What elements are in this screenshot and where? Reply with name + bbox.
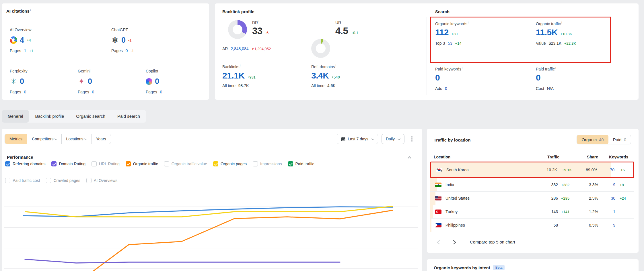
keywords-delta: +6 xyxy=(620,168,625,172)
metric-checkbox-crawled-pages[interactable]: Crawled pages xyxy=(46,178,80,183)
ai-engine-pages: Pages 0 xyxy=(10,90,27,94)
metric-checkbox-organic-traffic[interactable]: Organic traffic xyxy=(126,161,158,166)
segment-years[interactable]: Years xyxy=(91,134,111,144)
metric-checkbox-domain-rating[interactable]: Domain Rating xyxy=(51,161,85,166)
checkbox-unchecked-icon[interactable] xyxy=(5,178,10,183)
segment-locations[interactable]: Locations xyxy=(61,134,91,144)
dr-value: 33 xyxy=(252,25,262,36)
column-header-share: Share xyxy=(587,155,598,159)
divider xyxy=(2,149,422,149)
info-icon[interactable]: i xyxy=(258,20,259,23)
ai-engine-name: AI Overview xyxy=(10,28,33,32)
metric-label: Paid traffic xyxy=(295,162,314,166)
collapse-chevron-up-icon[interactable] xyxy=(408,156,411,160)
info-icon[interactable]: i xyxy=(335,64,336,67)
ai-engine-ai-overview: AI Overview4+4Pages 1 +1 xyxy=(10,28,33,53)
segment-competitors[interactable]: Competitors xyxy=(27,134,61,144)
checkbox-unchecked-icon[interactable] xyxy=(92,161,97,166)
organic-keywords-delta: +30 xyxy=(451,32,458,36)
flag-us-icon xyxy=(435,196,441,201)
organic-traffic-sub: Value $23.1K +22.3K xyxy=(536,41,576,46)
toggle-organic[interactable]: Organic40 xyxy=(577,135,608,144)
next-page-chevron[interactable] xyxy=(452,240,456,245)
location-row-philippines[interactable]: Philippines580.5%9 xyxy=(430,219,634,232)
ai-engine-pages: Pages 1 +1 xyxy=(10,48,33,53)
copilot-icon xyxy=(146,78,152,85)
perplexity-icon xyxy=(10,78,17,85)
performance-metrics-row-2: Paid traffic costCrawled pagesAI Overvie… xyxy=(5,178,117,183)
google-icon xyxy=(10,36,17,44)
ai-citations-title: AI citationsi xyxy=(6,9,205,13)
paid-traffic-label: Paid traffici xyxy=(536,66,556,71)
tab-backlink-profile[interactable]: Backlink profile xyxy=(29,110,70,123)
metric-label: Crawled pages xyxy=(53,178,80,183)
checkbox-unchecked-icon[interactable] xyxy=(46,178,51,183)
organic-keywords-value: 112 xyxy=(435,28,449,37)
info-icon[interactable]: i xyxy=(561,21,562,24)
location-row-united-states[interactable]: United States286+2852.5%30+24 xyxy=(430,192,634,205)
metric-label: Organic traffic value xyxy=(172,162,207,166)
segment-metrics[interactable]: Metrics xyxy=(5,134,27,144)
checkbox-unchecked-icon[interactable] xyxy=(164,161,169,166)
keywords-value: 9 xyxy=(613,182,615,187)
keywords-delta: +24 xyxy=(620,196,626,201)
keywords-by-intent-panel: Organic keywords by intent Beta xyxy=(427,259,639,271)
info-icon[interactable]: i xyxy=(555,66,556,69)
metric-checkbox-referring-domains[interactable]: Referring domains xyxy=(5,161,45,166)
paid-traffic-sub: Cost N/A xyxy=(536,86,556,91)
traffic-delta: +9.1K xyxy=(562,168,572,172)
metric-checkbox-organic-pages[interactable]: Organic pages xyxy=(213,161,247,166)
metric-checkbox-paid-traffic[interactable]: Paid traffic xyxy=(288,161,314,166)
share-value: 0.5% xyxy=(589,223,598,227)
location-row-india[interactable]: India382+3823.3%9+8 xyxy=(430,178,634,192)
tab-paid-search[interactable]: Paid search xyxy=(111,110,146,123)
traffic-delta: +285 xyxy=(561,196,569,201)
organic-traffic-delta: +10.3K xyxy=(560,32,572,36)
column-header-keywords: Keywords xyxy=(609,155,628,159)
ai-engine-pages: Pages 0 xyxy=(78,90,94,94)
paid-traffic-value: 0 xyxy=(536,73,540,82)
info-icon[interactable]: i xyxy=(30,9,31,11)
info-icon[interactable]: i xyxy=(240,64,240,67)
ai-engine-delta: +4 xyxy=(27,38,31,42)
info-icon[interactable]: i xyxy=(342,20,342,23)
metric-checkbox-url-rating[interactable]: URL Rating xyxy=(92,161,120,166)
section-divider xyxy=(427,17,427,95)
checkbox-unchecked-icon[interactable] xyxy=(86,178,92,183)
share-bar xyxy=(430,219,431,232)
metric-label: Organic traffic xyxy=(133,162,158,166)
checkbox-checked-icon[interactable] xyxy=(288,161,293,166)
chevron-down-icon xyxy=(54,137,57,140)
series-line-organic-pages xyxy=(26,206,393,217)
backlink-search-card: Backlink profile DRi 33 -6 AR 2,848,084 … xyxy=(215,3,639,100)
metric-label: Paid traffic cost xyxy=(13,178,40,183)
compare-top5-link[interactable]: Compare top 5 on chart xyxy=(470,239,515,244)
metric-label: Impressions xyxy=(260,162,282,166)
performance-title: Performance xyxy=(7,155,33,160)
performance-line-chart[interactable] xyxy=(2,186,422,271)
date-range-button[interactable]: Last 7 days xyxy=(337,134,378,144)
metric-checkbox-organic-traffic-value[interactable]: Organic traffic value xyxy=(164,161,207,166)
metric-checkbox-ai-overviews[interactable]: AI Overviews xyxy=(86,178,117,183)
traffic-value: 58 xyxy=(553,223,558,227)
checkbox-checked-icon[interactable] xyxy=(213,161,218,166)
checkbox-checked-icon[interactable] xyxy=(5,161,10,166)
more-options-kebab-menu[interactable] xyxy=(409,136,415,142)
info-icon[interactable]: i xyxy=(462,66,462,69)
paid-keywords-label: Paid keywordsi xyxy=(435,66,462,71)
metric-checkbox-impressions[interactable]: Impressions xyxy=(253,161,282,166)
metric-label: AI Overviews xyxy=(94,178,117,183)
info-icon[interactable]: i xyxy=(468,21,468,24)
tab-general[interactable]: General xyxy=(2,110,29,123)
location-row-south-korea[interactable]: South Korea10.2K+9.1K89.0%70+6 xyxy=(430,162,634,178)
organic-traffic-value: 11.5K xyxy=(536,28,558,37)
tab-organic-search[interactable]: Organic search xyxy=(70,110,111,123)
location-row-turkey[interactable]: Turkey143+1411.2%1 xyxy=(430,205,634,219)
toggle-paid[interactable]: Paid0 xyxy=(608,135,631,144)
granularity-button[interactable]: Daily xyxy=(382,134,404,144)
previous-page-chevron[interactable] xyxy=(437,240,442,245)
metric-checkbox-paid-traffic-cost[interactable]: Paid traffic cost xyxy=(5,178,40,183)
checkbox-unchecked-icon[interactable] xyxy=(253,161,258,166)
checkbox-checked-icon[interactable] xyxy=(126,161,131,166)
checkbox-checked-icon[interactable] xyxy=(51,161,57,166)
